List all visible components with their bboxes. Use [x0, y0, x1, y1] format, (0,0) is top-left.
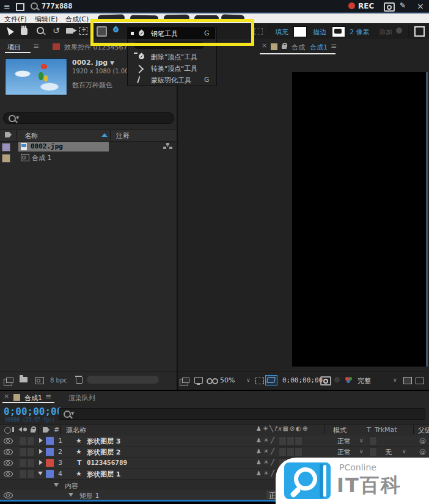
timeline-layer-row[interactable]: 2★形状图层 2♟☀╱正常∨无∨@: [0, 447, 429, 458]
pen-menu-item-convert-vertex[interactable]: 转换"顶点"工具: [128, 62, 215, 74]
resolution-chevron-icon[interactable]: ∨: [393, 377, 397, 383]
label-swatch[interactable]: [2, 154, 10, 163]
viewer-tab-close-icon[interactable]: ×: [262, 42, 267, 49]
visibility-eye-icon[interactable]: [4, 438, 13, 444]
solo-toggle[interactable]: [27, 436, 35, 445]
new-folder-icon[interactable]: [20, 377, 28, 382]
viewer-panel-menu-icon[interactable]: ≡: [331, 42, 337, 50]
sort-ascending-icon[interactable]: [101, 133, 108, 137]
column-trkmat[interactable]: TrkMat: [375, 426, 397, 434]
switch-box[interactable]: [287, 447, 295, 456]
project-item-name[interactable]: 0002.jpg: [31, 142, 63, 150]
close-icon[interactable]: ×: [417, 1, 424, 11]
layer-switch-icons[interactable]: ♟☀╱: [256, 459, 276, 466]
audio-toggle[interactable]: [19, 436, 27, 445]
layer-name[interactable]: 形状图层 1: [87, 470, 120, 479]
unlock-icon[interactable]: [282, 45, 287, 49]
tab-project[interactable]: 项目: [7, 43, 21, 52]
timeline-timecode[interactable]: 0;00;00;00: [4, 406, 62, 417]
solo-toggle[interactable]: [27, 447, 35, 456]
zoom-tool-icon[interactable]: [37, 27, 44, 34]
project-search-chevron-icon[interactable]: ▼: [16, 115, 19, 120]
twirl-closed-icon[interactable]: [39, 449, 43, 454]
twirl-open-icon[interactable]: [38, 472, 43, 475]
blend-mode-value[interactable]: 正常: [337, 448, 351, 457]
switch-box[interactable]: [295, 436, 302, 445]
trkmat-value[interactable]: 无: [385, 448, 392, 457]
twirl-open-icon[interactable]: [54, 483, 59, 487]
column-parent[interactable]: 父级: [418, 426, 429, 435]
twirl-open-icon[interactable]: [68, 493, 73, 497]
viewer-timecode[interactable]: 0;00;00;00: [282, 376, 323, 384]
zoom-chevron-icon[interactable]: ∨: [246, 377, 251, 383]
camera-tool-icon[interactable]: [66, 28, 73, 34]
snapshot-icon[interactable]: [320, 376, 331, 385]
footage-dropdown-icon[interactable]: ▼: [110, 60, 114, 66]
channel-icon[interactable]: [345, 377, 349, 381]
solo-toggle[interactable]: [27, 458, 35, 467]
mode-chevron-icon[interactable]: ∨: [359, 448, 364, 455]
preserve-transparency-toggle[interactable]: [369, 447, 377, 456]
pen-menu-item-delete-vertex[interactable]: 删除"顶点"工具: [128, 51, 215, 62]
timeline-panel-menu-icon[interactable]: ≡: [45, 392, 51, 401]
preserve-transparency-toggle[interactable]: [369, 436, 377, 445]
footage-thumbnail[interactable]: [5, 58, 67, 95]
screenshot-camera-icon[interactable]: [384, 2, 395, 12]
composition-canvas[interactable]: [292, 72, 426, 367]
project-bit-depth[interactable]: 8 bpc: [50, 377, 67, 384]
tab-composition[interactable]: 合成1: [310, 43, 328, 52]
new-composition-icon[interactable]: [35, 377, 44, 384]
tab-timeline-comp[interactable]: 合成1: [24, 393, 42, 403]
timeline-layer-row[interactable]: 1★形状图层 3♟☀╱正常∨@: [0, 436, 429, 447]
monitor-icon[interactable]: [194, 377, 203, 384]
pen-menu-item-mask-feather[interactable]: 蒙版羽化工具 G: [128, 74, 215, 86]
solo-toggle[interactable]: [27, 469, 35, 478]
search-icon[interactable]: [31, 2, 38, 10]
menu-file[interactable]: 文件(F): [4, 15, 27, 24]
menu-composition[interactable]: 合成(C): [65, 15, 89, 24]
project-scrollbar[interactable]: [87, 376, 159, 384]
audio-toggle[interactable]: [19, 458, 27, 467]
selected-footage-name[interactable]: 0002. jpg ▼: [72, 59, 114, 67]
switch-box[interactable]: [287, 436, 295, 445]
pan-behind-tool-icon[interactable]: [79, 27, 87, 35]
timeline-tab-close-icon[interactable]: ×: [4, 392, 9, 400]
trkmat-chevron-icon[interactable]: ∨: [402, 448, 406, 455]
rec-button[interactable]: REC: [358, 2, 374, 10]
mask-visibility-icon[interactable]: [207, 378, 213, 384]
visibility-eye-icon[interactable]: [4, 460, 13, 466]
project-search-input[interactable]: [3, 112, 174, 124]
rotate-tool-icon[interactable]: ↺: [53, 26, 60, 35]
layer-label-swatch[interactable]: [46, 437, 54, 445]
column-source-name[interactable]: 源名称: [66, 426, 86, 435]
fill-label[interactable]: 填充: [275, 27, 288, 37]
window-icon[interactable]: [16, 3, 24, 11]
twirl-closed-icon[interactable]: [39, 460, 43, 465]
layer-name[interactable]: 形状图层 3: [87, 437, 120, 446]
audio-toggle[interactable]: [19, 469, 27, 478]
transparency-grid-icon[interactable]: [416, 378, 424, 384]
viewer-zoom-value[interactable]: 50%: [220, 376, 235, 384]
project-row-footage[interactable]: 0002.jpg: [0, 141, 177, 152]
fill-swatch[interactable]: [293, 26, 307, 37]
switch-box[interactable]: [279, 436, 287, 445]
layer-switch-icons[interactable]: ♟☀╱: [256, 470, 276, 477]
label-swatch[interactable]: [2, 143, 10, 152]
stroke-width-value[interactable]: 2 像素: [350, 27, 370, 37]
tab-render-queue[interactable]: 渲染队列: [68, 393, 95, 403]
always-preview-icon[interactable]: [182, 378, 189, 383]
project-search-icon[interactable]: [9, 115, 16, 122]
twirl-closed-icon[interactable]: [39, 438, 43, 443]
timeline-search-input[interactable]: [59, 408, 425, 420]
switch-box[interactable]: [295, 447, 302, 456]
delete-icon[interactable]: [76, 377, 82, 384]
layer-label-swatch[interactable]: [46, 459, 54, 467]
switch-box[interactable]: [279, 447, 287, 456]
resolution-value[interactable]: 完整: [358, 376, 371, 385]
parent-pickwhip-icon[interactable]: @: [419, 437, 426, 445]
visibility-eye-icon[interactable]: [4, 449, 13, 455]
visibility-eye-icon[interactable]: [4, 471, 13, 477]
visibility-eye-icon[interactable]: [4, 492, 13, 499]
hamburger-icon[interactable]: ≡: [4, 2, 10, 11]
project-row-comp[interactable]: 合成 1: [0, 152, 177, 163]
